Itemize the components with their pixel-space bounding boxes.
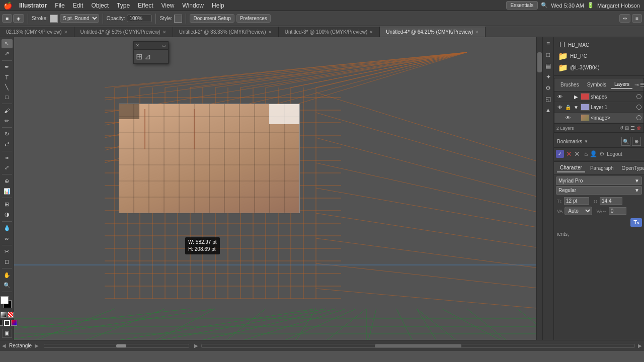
status-arrow-left[interactable]: ◀: [2, 343, 6, 348]
right-icon-7[interactable]: ▲: [544, 106, 552, 115]
layer-new-icon[interactable]: ↺: [619, 125, 623, 131]
tool-options[interactable]: ▣: [2, 329, 12, 338]
layer-delete-icon[interactable]: ⊞: [625, 125, 629, 131]
panel-menu-icon[interactable]: ☰: [640, 82, 644, 87]
tool-scissors[interactable]: ✂: [2, 247, 13, 256]
menu-edit[interactable]: Edit: [69, 0, 88, 11]
status-arrow-right[interactable]: ▶: [35, 343, 39, 348]
canvas-area[interactable]: W: 582.97 pt H: 208.69 pt: [14, 37, 542, 340]
bookmarks-chevron[interactable]: ▼: [584, 139, 588, 144]
layer-options-icon[interactable]: ☰: [630, 125, 635, 131]
right-icon-6[interactable]: ◱: [544, 95, 552, 104]
tool-rotate[interactable]: ↻: [2, 130, 13, 139]
right-icon-3[interactable]: ▤: [544, 61, 552, 70]
layer-name-image[interactable]: <image>: [591, 115, 635, 121]
char-tab[interactable]: Character: [557, 164, 585, 172]
layer-select-layer1[interactable]: [636, 105, 641, 110]
kerning-select[interactable]: Auto: [565, 207, 592, 215]
network-item[interactable]: 📁 @L-3(WB04): [556, 62, 642, 73]
bookmark-search-icon[interactable]: 🔍: [621, 137, 630, 146]
status-home-icon[interactable]: ⌂: [584, 150, 588, 157]
tab-0[interactable]: 02.13% (CMYK/Preview)✕: [0, 27, 74, 37]
bookmark-options-icon[interactable]: ⊕: [632, 137, 641, 146]
foreground-color-swatch[interactable]: [1, 296, 9, 304]
layer-1[interactable]: 👁 🔒 ▼ Layer 1: [554, 102, 643, 113]
stroke-select[interactable]: 5 pt. Round: [60, 14, 99, 23]
status-check-icon[interactable]: ✓: [556, 150, 564, 158]
apple-menu[interactable]: 🍎: [0, 2, 15, 10]
tab-close-0[interactable]: ✕: [64, 30, 68, 35]
app-name[interactable]: Illustrator: [15, 0, 51, 11]
menu-type[interactable]: Type: [113, 0, 134, 11]
tool-rect[interactable]: □: [2, 93, 13, 102]
toolbar-icon-2[interactable]: ◈: [13, 14, 24, 23]
perspective-grid-icon[interactable]: ⊞: [136, 52, 142, 61]
tab-close-4[interactable]: ✕: [475, 30, 479, 35]
tool-type[interactable]: T: [2, 73, 13, 82]
layer-select-shapes[interactable]: [636, 94, 641, 99]
menu-object[interactable]: Object: [87, 0, 113, 11]
style-swatch[interactable]: [174, 15, 182, 23]
tool-pen[interactable]: ✒: [2, 63, 13, 72]
perspective-move-icon[interactable]: ⊿: [144, 52, 151, 61]
tracking-input[interactable]: [609, 207, 626, 215]
lock-icon-layer1[interactable]: 🔒: [565, 105, 572, 110]
brushes-tab[interactable]: Brushes: [557, 81, 582, 88]
menu-help[interactable]: Help: [208, 0, 228, 11]
tab-close-2[interactable]: ✕: [268, 30, 272, 35]
right-icon-1[interactable]: ≡: [545, 39, 551, 48]
preferences-button[interactable]: Preferences: [236, 14, 271, 23]
layer-name-layer1[interactable]: Layer 1: [591, 105, 635, 110]
status-close-icon[interactable]: ✕: [574, 150, 580, 158]
tool-warp[interactable]: ≈: [2, 153, 13, 162]
tool-graph[interactable]: 📊: [2, 187, 13, 196]
tool-hand[interactable]: ✋: [2, 270, 13, 280]
toolbar-icon-1[interactable]: ■: [2, 14, 12, 23]
tool-select[interactable]: ↖: [2, 39, 13, 48]
status-arrow-end[interactable]: ▶: [194, 343, 198, 348]
menu-window[interactable]: Window: [178, 0, 208, 11]
tool-mesh[interactable]: ⊞: [2, 200, 13, 209]
status-profile-icon[interactable]: 👤: [590, 150, 597, 157]
menu-effect[interactable]: Effect: [134, 0, 157, 11]
float-close-btn[interactable]: ✕: [136, 43, 139, 48]
none-swatch[interactable]: [8, 312, 14, 318]
opacity-input[interactable]: [127, 15, 152, 22]
expand-icon-shapes[interactable]: ▶: [573, 94, 580, 100]
hscroll-thumb[interactable]: [375, 344, 461, 347]
eye-icon-image[interactable]: 👁: [565, 115, 572, 121]
layer-trash-icon[interactable]: 🗑: [636, 125, 641, 131]
menu-file[interactable]: File: [51, 0, 68, 11]
tool-zoom[interactable]: 🔍: [2, 281, 13, 290]
tool-direct-select[interactable]: ↗: [2, 49, 13, 58]
right-icon-2[interactable]: □: [545, 50, 551, 59]
status-x-icon[interactable]: ✕: [566, 150, 572, 158]
leading-input[interactable]: [600, 197, 622, 205]
tab-2[interactable]: Untitled-2* @ 33.33% (CMYK/Preview)✕: [173, 27, 279, 37]
layer-image[interactable]: 👁 <image>: [554, 113, 643, 123]
tool-eyedropper[interactable]: 💧: [2, 224, 13, 233]
font-style-select[interactable]: Regular▼: [556, 186, 642, 195]
font-family-select[interactable]: Myriad Pro▼: [556, 176, 642, 185]
tool-reflect[interactable]: ⇄: [2, 140, 13, 149]
status-end[interactable]: ▶: [638, 343, 642, 348]
right-icon-4[interactable]: ✦: [545, 72, 552, 81]
gradient-swatch[interactable]: [1, 312, 7, 318]
vertical-scrollbar[interactable]: [536, 37, 542, 340]
eye-icon-shapes[interactable]: 👁: [556, 94, 564, 100]
float-expand-btn[interactable]: ▭: [162, 43, 166, 48]
tool-paintbrush[interactable]: 🖌: [2, 106, 13, 115]
tab-4[interactable]: Untitled-4* @ 64.21% (CMYK/Preview)✕: [380, 27, 486, 37]
stroke-icon[interactable]: [4, 320, 10, 326]
tool-symbol[interactable]: ⊕: [2, 176, 13, 186]
panel-expand-icon[interactable]: ⇥: [634, 82, 638, 87]
search-icon[interactable]: 🔍: [541, 2, 548, 9]
layer-select-image[interactable]: [636, 115, 641, 120]
opentype-tab[interactable]: OpenType: [619, 164, 644, 172]
tool-free-transform[interactable]: ⤢: [2, 163, 13, 172]
para-tab[interactable]: Paragraph: [587, 164, 617, 172]
tool-pencil[interactable]: ✏: [2, 116, 13, 125]
tab-3[interactable]: Untitled-3* @ 100% (CMYK/Preview)✕: [279, 27, 380, 37]
tab-close-1[interactable]: ✕: [163, 30, 167, 35]
hd-mac-item[interactable]: 🖥 HD_MAC: [556, 39, 642, 50]
